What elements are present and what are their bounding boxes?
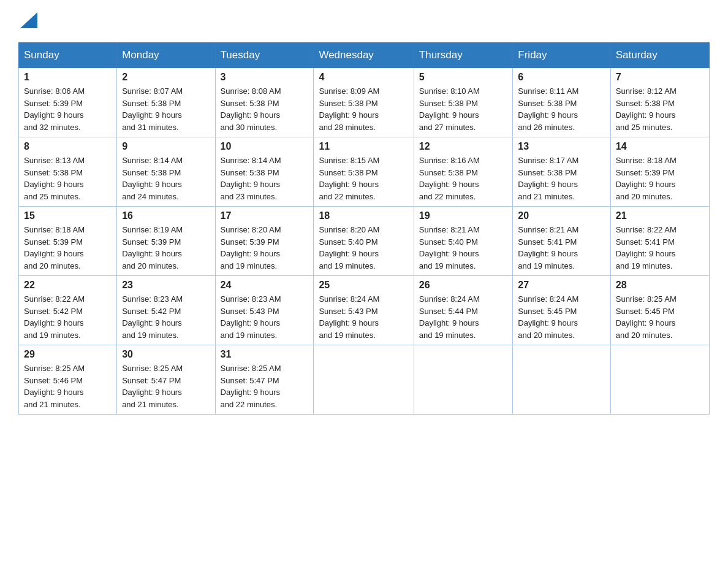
day-number: 17 (221, 210, 309, 221)
day-number: 21 (616, 210, 704, 221)
calendar-header-row: SundayMondayTuesdayWednesdayThursdayFrid… (19, 43, 710, 68)
day-number: 15 (24, 210, 112, 221)
day-info: Sunrise: 8:21 AM Sunset: 5:41 PM Dayligh… (518, 224, 605, 272)
day-info: Sunrise: 8:13 AM Sunset: 5:38 PM Dayligh… (24, 155, 112, 202)
day-info: Sunrise: 8:10 AM Sunset: 5:38 PM Dayligh… (419, 85, 508, 133)
day-number: 24 (221, 280, 309, 291)
col-header-monday: Monday (117, 43, 215, 68)
logo-triangle-icon (20, 12, 37, 28)
day-number: 13 (518, 141, 605, 152)
day-number: 2 (122, 72, 210, 83)
day-info: Sunrise: 8:22 AM Sunset: 5:42 PM Dayligh… (24, 293, 112, 341)
day-number: 25 (319, 280, 408, 291)
day-info: Sunrise: 8:23 AM Sunset: 5:42 PM Dayligh… (122, 293, 210, 341)
day-number: 29 (24, 349, 112, 360)
day-number: 5 (419, 72, 508, 83)
calendar-cell: 23 Sunrise: 8:23 AM Sunset: 5:42 PM Dayl… (117, 276, 215, 345)
calendar-cell: 24 Sunrise: 8:23 AM Sunset: 5:43 PM Dayl… (215, 276, 314, 345)
logo (18, 12, 37, 30)
day-number: 7 (616, 72, 704, 83)
calendar-cell: 2 Sunrise: 8:07 AM Sunset: 5:38 PM Dayli… (117, 68, 215, 137)
calendar-cell: 11 Sunrise: 8:15 AM Sunset: 5:38 PM Dayl… (314, 137, 414, 207)
day-info: Sunrise: 8:12 AM Sunset: 5:38 PM Dayligh… (616, 85, 704, 133)
calendar-cell (314, 345, 414, 415)
day-number: 4 (319, 72, 408, 83)
calendar-cell: 19 Sunrise: 8:21 AM Sunset: 5:40 PM Dayl… (414, 207, 513, 276)
day-info: Sunrise: 8:24 AM Sunset: 5:44 PM Dayligh… (419, 293, 508, 341)
col-header-sunday: Sunday (19, 43, 117, 68)
day-info: Sunrise: 8:23 AM Sunset: 5:43 PM Dayligh… (221, 293, 309, 341)
calendar-cell: 17 Sunrise: 8:20 AM Sunset: 5:39 PM Dayl… (215, 207, 314, 276)
calendar-week-row: 1 Sunrise: 8:06 AM Sunset: 5:39 PM Dayli… (19, 68, 710, 137)
day-info: Sunrise: 8:21 AM Sunset: 5:40 PM Dayligh… (419, 224, 508, 272)
calendar-cell (513, 345, 610, 415)
calendar-cell: 10 Sunrise: 8:14 AM Sunset: 5:38 PM Dayl… (215, 137, 314, 207)
calendar-cell: 7 Sunrise: 8:12 AM Sunset: 5:38 PM Dayli… (610, 68, 709, 137)
calendar-cell: 13 Sunrise: 8:17 AM Sunset: 5:38 PM Dayl… (513, 137, 610, 207)
calendar-week-row: 15 Sunrise: 8:18 AM Sunset: 5:39 PM Dayl… (19, 207, 710, 276)
day-info: Sunrise: 8:25 AM Sunset: 5:46 PM Dayligh… (24, 362, 112, 410)
calendar-cell: 3 Sunrise: 8:08 AM Sunset: 5:38 PM Dayli… (215, 68, 314, 137)
day-info: Sunrise: 8:20 AM Sunset: 5:39 PM Dayligh… (221, 224, 309, 272)
calendar-week-row: 29 Sunrise: 8:25 AM Sunset: 5:46 PM Dayl… (19, 345, 710, 415)
calendar-table: SundayMondayTuesdayWednesdayThursdayFrid… (18, 42, 710, 415)
day-info: Sunrise: 8:25 AM Sunset: 5:47 PM Dayligh… (221, 362, 309, 410)
day-info: Sunrise: 8:20 AM Sunset: 5:40 PM Dayligh… (319, 224, 408, 272)
day-number: 27 (518, 280, 605, 291)
col-header-tuesday: Tuesday (215, 43, 314, 68)
calendar-cell: 27 Sunrise: 8:24 AM Sunset: 5:45 PM Dayl… (513, 276, 610, 345)
calendar-cell: 30 Sunrise: 8:25 AM Sunset: 5:47 PM Dayl… (117, 345, 215, 415)
day-number: 10 (221, 141, 309, 152)
day-info: Sunrise: 8:07 AM Sunset: 5:38 PM Dayligh… (122, 85, 210, 133)
calendar-cell: 6 Sunrise: 8:11 AM Sunset: 5:38 PM Dayli… (513, 68, 610, 137)
day-number: 8 (24, 141, 112, 152)
day-number: 31 (221, 349, 309, 360)
calendar-cell: 9 Sunrise: 8:14 AM Sunset: 5:38 PM Dayli… (117, 137, 215, 207)
day-number: 14 (616, 141, 704, 152)
day-number: 18 (319, 210, 408, 221)
day-info: Sunrise: 8:18 AM Sunset: 5:39 PM Dayligh… (24, 224, 112, 272)
day-number: 28 (616, 280, 704, 291)
day-info: Sunrise: 8:17 AM Sunset: 5:38 PM Dayligh… (518, 155, 605, 202)
day-number: 20 (518, 210, 605, 221)
day-number: 19 (419, 210, 508, 221)
calendar-cell: 5 Sunrise: 8:10 AM Sunset: 5:38 PM Dayli… (414, 68, 513, 137)
day-number: 16 (122, 210, 210, 221)
day-info: Sunrise: 8:09 AM Sunset: 5:38 PM Dayligh… (319, 85, 408, 133)
calendar-cell: 29 Sunrise: 8:25 AM Sunset: 5:46 PM Dayl… (19, 345, 117, 415)
day-number: 26 (419, 280, 508, 291)
calendar-cell: 12 Sunrise: 8:16 AM Sunset: 5:38 PM Dayl… (414, 137, 513, 207)
svg-marker-0 (20, 12, 37, 28)
calendar-cell: 20 Sunrise: 8:21 AM Sunset: 5:41 PM Dayl… (513, 207, 610, 276)
day-number: 30 (122, 349, 210, 360)
calendar-cell: 16 Sunrise: 8:19 AM Sunset: 5:39 PM Dayl… (117, 207, 215, 276)
calendar-week-row: 22 Sunrise: 8:22 AM Sunset: 5:42 PM Dayl… (19, 276, 710, 345)
calendar-cell: 25 Sunrise: 8:24 AM Sunset: 5:43 PM Dayl… (314, 276, 414, 345)
calendar-cell: 22 Sunrise: 8:22 AM Sunset: 5:42 PM Dayl… (19, 276, 117, 345)
calendar-cell (414, 345, 513, 415)
day-info: Sunrise: 8:24 AM Sunset: 5:45 PM Dayligh… (518, 293, 605, 341)
calendar-cell: 8 Sunrise: 8:13 AM Sunset: 5:38 PM Dayli… (19, 137, 117, 207)
day-info: Sunrise: 8:22 AM Sunset: 5:41 PM Dayligh… (616, 224, 704, 272)
day-info: Sunrise: 8:15 AM Sunset: 5:38 PM Dayligh… (319, 155, 408, 202)
calendar-week-row: 8 Sunrise: 8:13 AM Sunset: 5:38 PM Dayli… (19, 137, 710, 207)
calendar-cell: 15 Sunrise: 8:18 AM Sunset: 5:39 PM Dayl… (19, 207, 117, 276)
day-number: 12 (419, 141, 508, 152)
col-header-friday: Friday (513, 43, 610, 68)
day-info: Sunrise: 8:19 AM Sunset: 5:39 PM Dayligh… (122, 224, 210, 272)
day-info: Sunrise: 8:08 AM Sunset: 5:38 PM Dayligh… (221, 85, 309, 133)
day-info: Sunrise: 8:25 AM Sunset: 5:45 PM Dayligh… (616, 293, 704, 341)
day-number: 23 (122, 280, 210, 291)
calendar-cell: 4 Sunrise: 8:09 AM Sunset: 5:38 PM Dayli… (314, 68, 414, 137)
day-info: Sunrise: 8:14 AM Sunset: 5:38 PM Dayligh… (221, 155, 309, 202)
col-header-wednesday: Wednesday (314, 43, 414, 68)
calendar-cell: 26 Sunrise: 8:24 AM Sunset: 5:44 PM Dayl… (414, 276, 513, 345)
day-number: 1 (24, 72, 112, 83)
day-number: 3 (221, 72, 309, 83)
day-number: 22 (24, 280, 112, 291)
day-info: Sunrise: 8:16 AM Sunset: 5:38 PM Dayligh… (419, 155, 508, 202)
day-number: 6 (518, 72, 605, 83)
page-header (18, 12, 710, 30)
day-info: Sunrise: 8:06 AM Sunset: 5:39 PM Dayligh… (24, 85, 112, 133)
calendar-cell: 28 Sunrise: 8:25 AM Sunset: 5:45 PM Dayl… (610, 276, 709, 345)
